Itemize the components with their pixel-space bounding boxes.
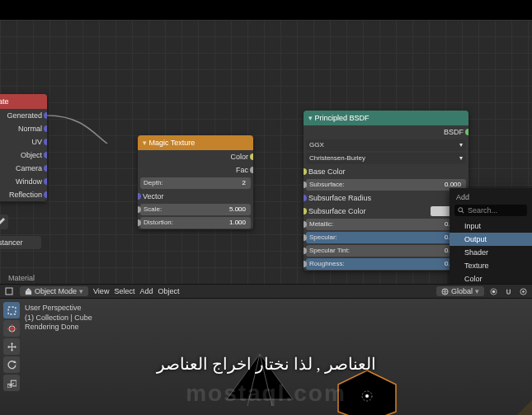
- distortion-field[interactable]: Distortion:1.000: [140, 217, 251, 229]
- menu-item-output[interactable]: Output: [450, 233, 532, 246]
- menu-add[interactable]: Add: [139, 287, 153, 295]
- sss-method-select[interactable]: Christensen-Burley▾: [306, 153, 466, 164]
- svg-marker-4: [26, 288, 31, 291]
- distribution-select[interactable]: GGX▾: [306, 139, 466, 151]
- svg-point-9: [522, 290, 525, 293]
- node-header[interactable]: ▾ Principled BSDF: [304, 111, 468, 125]
- node-editor-canvas[interactable]: ordinate Generated Normal UV Object Came…: [0, 20, 532, 284]
- node-header[interactable]: ▾ Magic Texture: [138, 135, 253, 150]
- object-mode-icon: [25, 288, 32, 295]
- tool-move[interactable]: [3, 338, 20, 355]
- pivot-icon[interactable]: [487, 285, 499, 297]
- mode-select[interactable]: Object Mode▾: [20, 286, 88, 296]
- specular-tint-field[interactable]: Specular Tint:0.000: [306, 245, 466, 257]
- output-reflection[interactable]: Reflection: [9, 191, 42, 199]
- viewport-toolbar: Object Mode▾ View Select Add Object Glob…: [0, 284, 532, 299]
- snap-icon[interactable]: [502, 285, 514, 297]
- menu-object[interactable]: Object: [158, 287, 179, 295]
- output-object[interactable]: Object: [21, 151, 42, 159]
- output-normal[interactable]: Normal: [18, 125, 42, 133]
- output-uv[interactable]: UV: [31, 138, 42, 146]
- svg-point-0: [459, 208, 463, 212]
- proportional-icon[interactable]: [517, 285, 529, 297]
- viewport-info: User Perspective (1) Collection | Cube R…: [25, 304, 92, 332]
- roughness-field[interactable]: Roughness:0.500: [306, 258, 466, 270]
- svg-rect-3: [26, 290, 31, 295]
- corner-decoration: [517, 400, 532, 415]
- output-bsdf[interactable]: BSDF: [444, 128, 464, 136]
- output-color[interactable]: Color: [230, 153, 248, 161]
- subtitle-text: العناصر , لذا نختار اخراج العناصر: [0, 354, 532, 374]
- watermark: mostaql.com: [0, 380, 532, 407]
- scale-field[interactable]: Scale:5.000: [140, 204, 251, 215]
- subsurface-color-label: Subsurface Color: [308, 207, 366, 215]
- search-icon: [458, 207, 464, 214]
- texture-coordinate-node[interactable]: ordinate Generated Normal UV Object Came…: [0, 94, 47, 201]
- output-generated[interactable]: Generated: [7, 111, 42, 120]
- subsurface-radius[interactable]: Subsurface Radius: [308, 194, 371, 202]
- principled-bsdf-node[interactable]: ▾ Principled BSDF BSDF GGX▾ Christensen-…: [304, 111, 468, 271]
- menu-item-shader[interactable]: Shader: [450, 246, 532, 259]
- output-camera[interactable]: Camera: [16, 164, 42, 172]
- input-base-color[interactable]: Base Color: [308, 167, 346, 176]
- svg-rect-10: [8, 307, 16, 314]
- depth-field[interactable]: Depth:2: [140, 177, 251, 189]
- svg-point-6: [492, 290, 495, 293]
- svg-rect-2: [6, 288, 12, 295]
- orientation-select[interactable]: Global▾: [436, 286, 484, 296]
- menu-search[interactable]: Search...: [454, 205, 527, 216]
- 3d-viewport[interactable]: User Perspective (1) Collection | Cube R…: [0, 299, 532, 415]
- tool-cursor[interactable]: [3, 320, 20, 337]
- material-label: Material: [8, 274, 35, 282]
- globe-icon: [441, 288, 449, 295]
- svg-line-1: [462, 211, 464, 213]
- tool-select-box[interactable]: [3, 302, 20, 318]
- menu-title: Add: [450, 191, 532, 205]
- node-header[interactable]: ordinate: [0, 94, 47, 109]
- menu-item-texture[interactable]: Texture: [450, 259, 532, 272]
- from-instancer-row[interactable]: stancer: [0, 236, 41, 249]
- eyedropper-icon[interactable]: [0, 215, 8, 229]
- menu-view[interactable]: View: [93, 287, 109, 295]
- output-window[interactable]: Window: [16, 177, 42, 186]
- metallic-field[interactable]: Metallic:0.000: [306, 219, 466, 230]
- editor-type-icon[interactable]: [3, 285, 15, 297]
- specular-field[interactable]: Specular:0.500: [306, 232, 466, 243]
- menu-select[interactable]: Select: [114, 287, 134, 295]
- output-fac[interactable]: Fac: [236, 166, 248, 174]
- magic-texture-node[interactable]: ▾ Magic Texture Color Fac Depth:2 Vector…: [138, 135, 253, 229]
- menu-item-input[interactable]: Input: [450, 219, 532, 233]
- subsurface-field[interactable]: Subsurface:0.000: [306, 179, 466, 191]
- input-vector[interactable]: Vector: [143, 192, 164, 200]
